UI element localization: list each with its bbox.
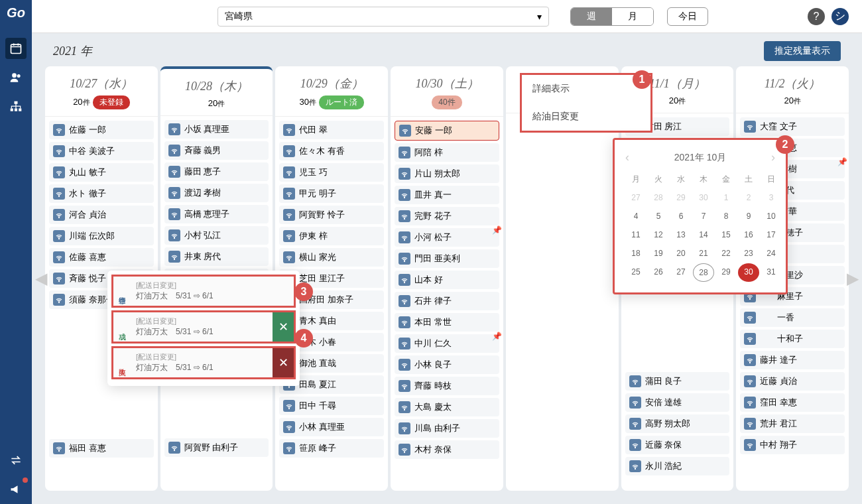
view-month-button[interactable]: 月 bbox=[612, 8, 653, 25]
person-item[interactable]: 渡辺 孝樹 bbox=[164, 184, 269, 202]
cal-day[interactable]: 1 bbox=[715, 189, 737, 206]
nav-megaphone-icon[interactable] bbox=[5, 479, 27, 500]
person-item[interactable]: 児玉 巧 bbox=[279, 163, 384, 182]
person-item[interactable]: 門田 亜美利 bbox=[395, 249, 499, 268]
person-item[interactable]: 佐藤 一郎 bbox=[49, 121, 154, 139]
cal-day[interactable]: 27 bbox=[625, 189, 646, 206]
person-item[interactable]: 小河 松子📌 bbox=[395, 228, 499, 247]
cal-day[interactable]: 3 bbox=[761, 189, 782, 206]
person-item[interactable]: 河合 貞治 bbox=[49, 206, 154, 224]
nav-calendar-icon[interactable] bbox=[5, 38, 27, 59]
nav-org-icon[interactable] bbox=[5, 96, 27, 117]
person-item[interactable]: 石井 律子 bbox=[395, 292, 499, 310]
person-item[interactable]: 十和子 bbox=[740, 330, 845, 348]
person-item[interactable]: 甲元 明子 bbox=[279, 184, 384, 203]
person-item[interactable]: 笹原 峰子 bbox=[279, 439, 384, 458]
cal-day[interactable]: 11 bbox=[625, 226, 646, 243]
cal-day[interactable]: 25 bbox=[625, 263, 646, 282]
person-item[interactable]: 丸山 敏子 bbox=[49, 163, 154, 182]
region-dropdown[interactable]: 宮崎県 ▾ bbox=[217, 7, 549, 27]
person-item[interactable]: 代田 翠 bbox=[279, 121, 384, 139]
person-item[interactable]: 完野 花子 bbox=[395, 207, 499, 225]
person-item[interactable]: 中村 翔子 bbox=[740, 436, 845, 454]
person-item[interactable]: 窪田 幸恵 bbox=[740, 393, 845, 412]
cal-prev-icon[interactable]: ‹ bbox=[625, 151, 629, 164]
person-item[interactable]: 齊藤 時枝 bbox=[395, 377, 499, 395]
view-week-button[interactable]: 週 bbox=[571, 8, 612, 25]
cal-day[interactable]: 8 bbox=[715, 208, 737, 225]
cal-day[interactable]: 10 bbox=[761, 208, 782, 225]
cal-day[interactable]: 29 bbox=[670, 189, 692, 206]
close-icon[interactable]: ✕ bbox=[273, 348, 294, 377]
person-item[interactable]: 水ト 徹子 bbox=[49, 184, 154, 203]
user-avatar[interactable]: シ bbox=[831, 8, 849, 25]
cal-day[interactable]: 24 bbox=[761, 245, 782, 262]
person-item[interactable]: 阿賀野 由利子 bbox=[164, 438, 269, 457]
person-item[interactable]: 皿井 真一 bbox=[395, 186, 499, 204]
person-item[interactable]: 近藤 貞治 bbox=[740, 372, 845, 391]
person-item[interactable]: 山本 好 bbox=[395, 271, 499, 289]
person-item[interactable]: 佐々木 有香 bbox=[279, 142, 384, 160]
person-item[interactable]: 片山 朔太郎 bbox=[395, 164, 499, 183]
cal-day[interactable]: 22 bbox=[715, 245, 737, 262]
person-item[interactable]: 大窪 文子 bbox=[740, 117, 845, 136]
cal-day[interactable]: 17 bbox=[761, 226, 782, 243]
estimate-button[interactable]: 推定残量表示 bbox=[764, 41, 841, 61]
cal-day[interactable]: 13 bbox=[670, 226, 692, 243]
next-week-arrow[interactable]: ▶ bbox=[845, 265, 861, 292]
person-item[interactable]: 阿陪 梓 bbox=[395, 143, 499, 162]
cal-day[interactable]: 12 bbox=[648, 226, 669, 243]
cal-day[interactable]: 2 bbox=[738, 189, 759, 206]
person-item[interactable]: 高橋 恵理子 bbox=[164, 205, 269, 223]
cal-day[interactable]: 28 bbox=[693, 263, 714, 282]
cal-next-icon[interactable]: › bbox=[771, 151, 775, 164]
cal-day[interactable]: 14 bbox=[693, 226, 714, 243]
help-icon[interactable]: ? bbox=[808, 8, 825, 25]
person-item[interactable]: 田中 千尋 bbox=[279, 397, 384, 415]
person-item[interactable]: 木村 奈保 bbox=[395, 440, 499, 459]
person-item[interactable]: 安藤 一郎 bbox=[395, 121, 499, 141]
cal-day[interactable]: 23 bbox=[738, 245, 759, 262]
context-detail[interactable]: 詳細表示 bbox=[522, 75, 650, 103]
person-item[interactable]: 小林 良子 bbox=[395, 355, 499, 374]
cal-day[interactable]: 5 bbox=[648, 208, 669, 225]
cal-day[interactable]: 15 bbox=[715, 226, 737, 243]
person-item[interactable]: 中川 仁久📌 bbox=[395, 334, 499, 353]
today-button[interactable]: 今日 bbox=[667, 7, 708, 26]
person-item[interactable]: 阿賀野 怜子 bbox=[279, 206, 384, 224]
cal-day[interactable]: 19 bbox=[648, 245, 669, 262]
person-item[interactable]: 一香 bbox=[740, 308, 845, 327]
person-item[interactable]: 横山 家光 bbox=[279, 248, 384, 267]
person-item[interactable]: 蒲田 良子 bbox=[625, 372, 730, 391]
cal-day[interactable]: 29 bbox=[715, 263, 737, 282]
cal-day[interactable]: 16 bbox=[738, 226, 759, 243]
cal-day[interactable]: 20 bbox=[670, 245, 692, 262]
cal-day[interactable]: 30 bbox=[738, 263, 759, 282]
context-change-date[interactable]: 給油日変更 bbox=[522, 103, 650, 131]
cal-day[interactable]: 28 bbox=[648, 189, 669, 206]
person-item[interactable]: 佐藤 喜恵 bbox=[49, 248, 154, 267]
person-item[interactable]: 近藤 奈保 bbox=[625, 436, 730, 454]
person-item[interactable]: 本田 常世 bbox=[395, 313, 499, 332]
cal-day[interactable]: 4 bbox=[625, 208, 646, 225]
cal-day[interactable]: 30 bbox=[693, 189, 714, 206]
cal-day[interactable]: 21 bbox=[693, 245, 714, 262]
person-item[interactable]: 荒井 君江 bbox=[740, 414, 845, 433]
person-item[interactable]: 伊東 梓 bbox=[279, 227, 384, 245]
person-item[interactable]: 小村 弘江 bbox=[164, 226, 269, 245]
prev-week-arrow[interactable]: ◀ bbox=[33, 265, 49, 292]
person-item[interactable]: 安倍 達雄 bbox=[625, 393, 730, 412]
person-item[interactable]: 高野 朔太郎 bbox=[625, 414, 730, 433]
person-item[interactable]: 井東 房代 bbox=[164, 247, 269, 266]
cal-day[interactable]: 9 bbox=[738, 208, 759, 225]
cal-day[interactable]: 31 bbox=[761, 263, 782, 282]
person-item[interactable]: 藤井 達子 bbox=[740, 351, 845, 369]
nav-swap-icon[interactable] bbox=[5, 450, 27, 471]
nav-users-icon[interactable] bbox=[5, 67, 27, 88]
close-icon[interactable]: ✕ bbox=[273, 312, 294, 342]
cal-day[interactable]: 18 bbox=[625, 245, 646, 262]
person-item[interactable]: 小林 真理亜 bbox=[279, 418, 384, 436]
cal-day[interactable]: 26 bbox=[648, 263, 669, 282]
person-item[interactable]: 大島 慶太 bbox=[395, 398, 499, 416]
cal-day[interactable]: 7 bbox=[693, 208, 714, 225]
